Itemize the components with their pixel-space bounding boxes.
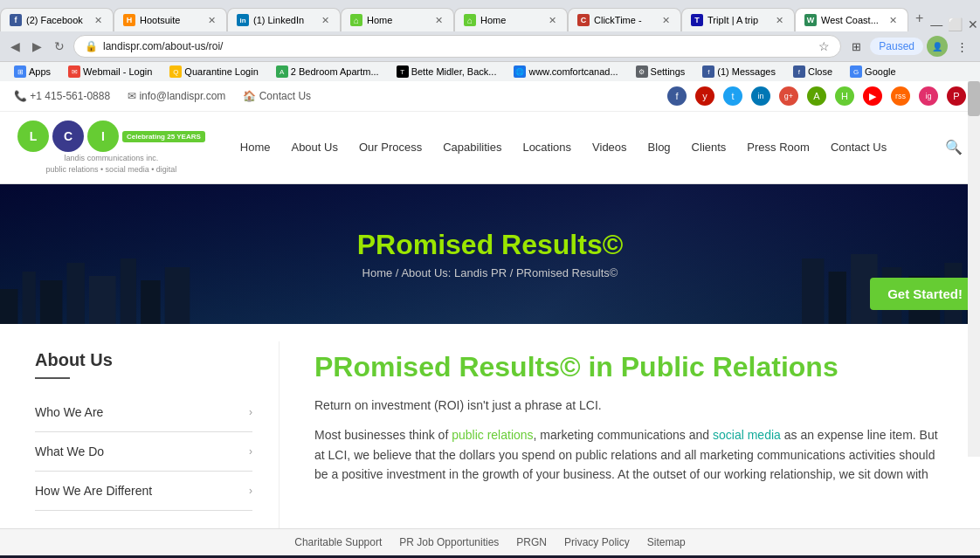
svg-rect-9 — [829, 272, 846, 324]
twitter-social-icon[interactable]: t — [723, 86, 742, 106]
nav-videos[interactable]: Videos — [592, 141, 627, 154]
tab-close-hootsuite[interactable]: ✕ — [206, 15, 217, 26]
footer-charitable[interactable]: Charitable Support — [294, 536, 382, 548]
star-icon[interactable]: ☆ — [818, 39, 830, 53]
refresh-button[interactable]: ↻ — [51, 36, 68, 57]
bookmark-comfort[interactable]: 🌐 www.comfortcanad... — [508, 64, 623, 79]
bookmark-google[interactable]: G Google — [845, 64, 901, 79]
nav-capabilities[interactable]: Capabilities — [443, 141, 501, 154]
forward-button[interactable]: ▶ — [29, 36, 45, 57]
tab-close-home2[interactable]: ✕ — [547, 15, 558, 26]
tab-facebook[interactable]: f (2) Facebook ✕ — [0, 8, 114, 31]
contact-us-link[interactable]: 🏠 Contact Us — [243, 90, 311, 102]
url-input[interactable] — [103, 40, 813, 52]
tab-close-westcoast[interactable]: ✕ — [887, 15, 899, 26]
search-icon[interactable]: 🔍 — [945, 139, 963, 155]
tab-label-tripit: TripIt | A trip — [707, 15, 770, 25]
facebook-social-icon[interactable]: f — [667, 86, 687, 106]
address-bar[interactable]: 🔒 ☆ — [73, 35, 841, 58]
apps-grid-icon: ⊞ — [14, 65, 26, 78]
bookmark-quarantine[interactable]: Q Quarantine Login — [164, 64, 263, 79]
nav-about-us[interactable]: About Us — [291, 141, 337, 154]
bookmark-messages[interactable]: f (1) Messages — [697, 64, 781, 79]
tab-close-linkedin[interactable]: ✕ — [320, 15, 331, 26]
nav-home[interactable]: Home — [240, 141, 271, 154]
pinterest-social-icon[interactable]: P — [947, 86, 966, 106]
google-plus-social-icon[interactable]: g+ — [779, 86, 798, 106]
public-relations-link[interactable]: public relations — [452, 428, 533, 442]
tab-close-home1[interactable]: ✕ — [433, 15, 445, 26]
nav-clients[interactable]: Clients — [692, 141, 727, 154]
scrollbar-thumb[interactable] — [968, 81, 980, 116]
close-window-button[interactable]: ✕ — [968, 17, 978, 31]
bookmark-settings[interactable]: ⚙ Settings — [631, 64, 691, 79]
social-media-link[interactable]: social media — [713, 428, 781, 442]
logo-area: L C I Celebrating 25 YEARS landis commun… — [17, 121, 205, 175]
company-name: landis communications inc. — [65, 154, 159, 163]
footer-sitemap[interactable]: Sitemap — [647, 536, 686, 548]
nav-links: Home About Us Our Process Capabilities L… — [240, 141, 928, 154]
tab-clicktime[interactable]: C ClickTime - ✕ — [568, 8, 681, 31]
bookmark-apps[interactable]: ⊞ Apps — [9, 64, 56, 79]
minimize-button[interactable]: — — [930, 17, 942, 31]
bookmark-apartment[interactable]: A 2 Bedroom Apartm... — [271, 64, 384, 79]
bookmark-close[interactable]: f Close — [788, 64, 838, 79]
back-button[interactable]: ◀ — [7, 36, 24, 57]
bookmark-webmail[interactable]: ✉ Webmail - Login — [63, 64, 157, 79]
account-avatar[interactable]: 👤 — [927, 36, 948, 57]
breadcrumb-separator2: / — [510, 266, 516, 279]
bookmarks-bar: ⊞ Apps ✉ Webmail - Login Q Quarantine Lo… — [0, 61, 980, 81]
breadcrumb-home[interactable]: Home — [362, 266, 393, 279]
yelp-social-icon[interactable]: y — [695, 86, 714, 106]
instagram-social-icon[interactable]: ig — [919, 86, 938, 106]
angieslist-social-icon[interactable]: A — [807, 86, 826, 106]
paragraph2-before: Most businesses think of — [314, 428, 452, 442]
svg-rect-6 — [141, 280, 160, 324]
footer-prgn[interactable]: PRGN — [516, 536, 547, 548]
tab-favicon-home2: ⌂ — [464, 14, 476, 26]
sidebar-item-what-we-do[interactable]: What We Do › — [35, 432, 252, 472]
tab-bar: f (2) Facebook ✕ H Hootsuite ✕ in (1) Li… — [0, 0, 980, 31]
scrollbar-track[interactable] — [968, 81, 980, 457]
facebook-messages-icon: f — [702, 65, 714, 78]
nav-blog[interactable]: Blog — [648, 141, 671, 154]
menu-button[interactable]: ⋮ — [951, 37, 973, 57]
svg-rect-1 — [23, 272, 36, 324]
sidebar-item-how-different[interactable]: How We Are Different › — [35, 472, 252, 511]
bookmark-nytimes[interactable]: T Bette Midler, Back... — [391, 64, 502, 79]
tab-close-facebook[interactable]: ✕ — [93, 15, 104, 26]
rss-social-icon[interactable]: rss — [891, 86, 910, 106]
tab-label-facebook: (2) Facebook — [26, 15, 88, 25]
extensions-button[interactable]: ⊞ — [846, 37, 866, 57]
tab-linkedin[interactable]: in (1) LinkedIn ✕ — [227, 8, 341, 31]
new-tab-button[interactable]: + — [908, 5, 930, 31]
tab-hootsuite[interactable]: H Hootsuite ✕ — [114, 8, 227, 31]
hero-banner: PRomised Results© Home / About Us: Landi… — [0, 184, 980, 324]
nav-press-room[interactable]: Press Room — [747, 141, 810, 154]
tab-home1[interactable]: ⌂ Home ✕ — [341, 8, 454, 31]
youtube-social-icon[interactable]: ▶ — [863, 86, 882, 106]
svg-rect-0 — [0, 289, 17, 324]
tab-favicon-tripit: T — [691, 14, 703, 26]
tab-close-clicktime[interactable]: ✕ — [660, 15, 672, 26]
bookmark-nytimes-label: Bette Midler, Back... — [411, 66, 497, 77]
nav-our-process[interactable]: Our Process — [359, 141, 422, 154]
houzz-social-icon[interactable]: H — [835, 86, 854, 106]
get-started-button[interactable]: Get Started! — [870, 278, 980, 310]
tab-tripit[interactable]: T TripIt | A trip ✕ — [681, 8, 795, 31]
tab-home2[interactable]: ⌂ Home ✕ — [454, 8, 568, 31]
maximize-button[interactable]: ⬜ — [948, 17, 963, 31]
sidebar-what-we-do-label: What We Do — [35, 444, 104, 458]
svg-rect-4 — [89, 276, 116, 324]
linkedin-social-icon[interactable]: in — [751, 86, 770, 106]
sidebar-item-who-we-are[interactable]: Who We Are › — [35, 393, 252, 432]
settings-gear-icon: ⚙ — [636, 65, 648, 78]
paused-button[interactable]: Paused — [870, 38, 923, 55]
tab-close-tripit[interactable]: ✕ — [774, 15, 785, 26]
breadcrumb-about[interactable]: About Us: Landis PR — [401, 266, 507, 279]
nav-locations[interactable]: Locations — [522, 141, 571, 154]
nav-contact-us[interactable]: Contact Us — [831, 141, 887, 154]
footer-privacy[interactable]: Privacy Policy — [564, 536, 630, 548]
footer-pr-jobs[interactable]: PR Job Opportunities — [399, 536, 499, 548]
tab-westcoast[interactable]: W West Coast... ✕ — [795, 8, 908, 31]
